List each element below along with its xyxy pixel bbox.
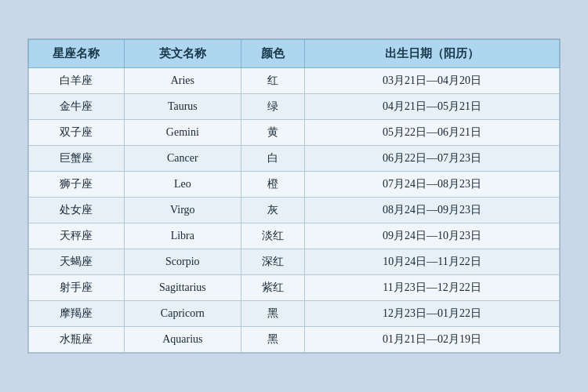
table-row: 狮子座Leo橙07月24日—08月23日 bbox=[29, 172, 560, 198]
cell-color: 紫红 bbox=[241, 275, 304, 301]
cell-date-range: 03月21日—04月20日 bbox=[305, 68, 560, 94]
table-row: 巨蟹座Cancer白06月22日—07月23日 bbox=[29, 146, 560, 172]
cell-english-name: Gemini bbox=[124, 120, 241, 146]
cell-date-range: 11月23日—12月22日 bbox=[305, 275, 560, 301]
cell-english-name: Aquarius bbox=[124, 327, 241, 353]
header-english-name: 英文名称 bbox=[124, 40, 241, 68]
cell-date-range: 05月22日—06月21日 bbox=[305, 120, 560, 146]
table-row: 金牛座Taurus绿04月21日—05月21日 bbox=[29, 94, 560, 120]
cell-date-range: 01月21日—02月19日 bbox=[305, 327, 560, 353]
cell-chinese-name: 天蝎座 bbox=[29, 249, 125, 275]
cell-english-name: Virgo bbox=[124, 198, 241, 223]
cell-english-name: Capricorn bbox=[124, 301, 241, 327]
header-date-range: 出生日期（阳历） bbox=[305, 40, 560, 68]
cell-chinese-name: 处女座 bbox=[29, 198, 125, 223]
cell-color: 灰 bbox=[241, 198, 304, 223]
table-row: 白羊座Aries红03月21日—04月20日 bbox=[29, 68, 560, 94]
table-row: 射手座Sagittarius紫红11月23日—12月22日 bbox=[29, 275, 560, 301]
cell-date-range: 06月22日—07月23日 bbox=[305, 146, 560, 172]
cell-chinese-name: 白羊座 bbox=[29, 68, 125, 94]
cell-color: 黄 bbox=[241, 120, 304, 146]
cell-date-range: 07月24日—08月23日 bbox=[305, 172, 560, 198]
cell-chinese-name: 狮子座 bbox=[29, 172, 125, 198]
cell-chinese-name: 双子座 bbox=[29, 120, 125, 146]
cell-chinese-name: 水瓶座 bbox=[29, 327, 125, 353]
zodiac-table: 星座名称 英文名称 颜色 出生日期（阳历） 白羊座Aries红03月21日—04… bbox=[28, 39, 560, 353]
cell-chinese-name: 金牛座 bbox=[29, 94, 125, 120]
cell-english-name: Cancer bbox=[124, 146, 241, 172]
table-row: 天蝎座Scorpio深红10月24日—11月22日 bbox=[29, 249, 560, 275]
header-color: 颜色 bbox=[241, 40, 304, 68]
cell-color: 淡红 bbox=[241, 223, 304, 249]
table-row: 摩羯座Capricorn黑12月23日—01月22日 bbox=[29, 301, 560, 327]
cell-chinese-name: 摩羯座 bbox=[29, 301, 125, 327]
cell-chinese-name: 射手座 bbox=[29, 275, 125, 301]
cell-english-name: Aries bbox=[124, 68, 241, 94]
cell-english-name: Leo bbox=[124, 172, 241, 198]
cell-chinese-name: 巨蟹座 bbox=[29, 146, 125, 172]
cell-color: 白 bbox=[241, 146, 304, 172]
cell-date-range: 09月24日—10月23日 bbox=[305, 223, 560, 249]
cell-date-range: 04月21日—05月21日 bbox=[305, 94, 560, 120]
cell-date-range: 08月24日—09月23日 bbox=[305, 198, 560, 223]
table-row: 处女座Virgo灰08月24日—09月23日 bbox=[29, 198, 560, 223]
cell-color: 橙 bbox=[241, 172, 304, 198]
cell-english-name: Sagittarius bbox=[124, 275, 241, 301]
table-row: 天秤座Libra淡红09月24日—10月23日 bbox=[29, 223, 560, 249]
table-row: 双子座Gemini黄05月22日—06月21日 bbox=[29, 120, 560, 146]
cell-english-name: Taurus bbox=[124, 94, 241, 120]
cell-color: 深红 bbox=[241, 249, 304, 275]
cell-color: 红 bbox=[241, 68, 304, 94]
cell-date-range: 10月24日—11月22日 bbox=[305, 249, 560, 275]
table-row: 水瓶座Aquarius黑01月21日—02月19日 bbox=[29, 327, 560, 353]
header-chinese-name: 星座名称 bbox=[29, 40, 125, 68]
cell-date-range: 12月23日—01月22日 bbox=[305, 301, 560, 327]
cell-color: 黑 bbox=[241, 327, 304, 353]
table-header-row: 星座名称 英文名称 颜色 出生日期（阳历） bbox=[29, 40, 560, 68]
cell-color: 黑 bbox=[241, 301, 304, 327]
cell-chinese-name: 天秤座 bbox=[29, 223, 125, 249]
cell-english-name: Scorpio bbox=[124, 249, 241, 275]
zodiac-table-container: 星座名称 英文名称 颜色 出生日期（阳历） 白羊座Aries红03月21日—04… bbox=[27, 38, 561, 354]
cell-english-name: Libra bbox=[124, 223, 241, 249]
cell-color: 绿 bbox=[241, 94, 304, 120]
